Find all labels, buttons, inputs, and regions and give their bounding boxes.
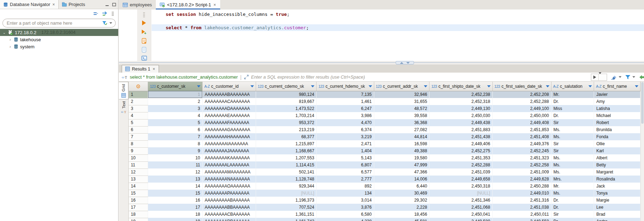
column-menu-icon[interactable] <box>250 85 254 87</box>
cell-c_current_addr_sk[interactable]: 30,469 <box>374 190 429 197</box>
cell-c_customer_id[interactable]: AAAAAAAAKAAAAAAA <box>202 154 256 161</box>
cell-c_current_addr_sk[interactable]: 6,440 <box>374 183 429 190</box>
cell-c_current_cdemo_sk[interactable]: 1,215,897 <box>256 140 317 147</box>
minimize-icon[interactable] <box>105 3 109 6</box>
cell-c_customer_sk[interactable]: 1 <box>148 91 203 98</box>
cell-c_first_sales_date_sk[interactable]: 2,452,208 <box>492 91 551 98</box>
cell-c_first_sales_date_sk[interactable]: 2,452,288 <box>492 98 551 105</box>
cell-c_current_hdemo_sk[interactable]: 3,219 <box>317 133 374 140</box>
cell-c_first_name[interactable]: Fonda <box>594 133 640 140</box>
column-header-c_first_shipto_date_sk[interactable]: 123c_first_shipto_date_sk <box>429 82 492 91</box>
cell-c_current_hdemo_sk[interactable]: 6,374 <box>317 126 374 133</box>
left-tab-database-navigator[interactable]: Database Navigator× <box>0 0 59 9</box>
cell-c_first_sales_date_sk[interactable]: 2,449,376 <box>492 140 551 147</box>
cell-c_current_hdemo_sk[interactable]: 5,143 <box>317 154 374 161</box>
cell-c_current_cdemo_sk[interactable]: [NULL] <box>256 190 317 197</box>
cell-c_customer_id[interactable]: AAAAAAAAGAAAAAAA <box>202 126 256 133</box>
cell-c_first_sales_date_sk[interactable]: 2,451,408 <box>492 133 551 140</box>
cell-c_current_cdemo_sk[interactable]: 1,361,151 <box>256 211 317 218</box>
row-number[interactable]: 17 <box>129 204 148 211</box>
cell-c_salutation[interactable]: Ms. <box>551 190 594 197</box>
cell-c_first_shipto_date_sk[interactable]: 2,452,275 <box>429 147 492 154</box>
cell-c_first_name[interactable]: Tonya <box>594 190 640 197</box>
cell-c_customer_id[interactable]: AAAAAAAAABAAAAAA <box>202 197 256 204</box>
cell-c_customer_id[interactable]: AAAAAAAAEAAAAAAA <box>202 112 256 119</box>
close-icon[interactable]: × <box>152 67 155 72</box>
cell-c_first_shipto_date_sk[interactable]: 2,450,030 <box>429 112 492 119</box>
maximize-icon[interactable] <box>112 3 116 6</box>
cell-c_current_cdemo_sk[interactable]: 953,372 <box>256 119 317 126</box>
cell-c_salutation[interactable]: Ms. <box>551 168 594 176</box>
cell-c_current_cdemo_sk[interactable]: 1,128,748 <box>256 176 317 183</box>
cell-c_first_sales_date_sk[interactable]: 2,450,000 <box>492 112 551 119</box>
cell-c_first_shipto_date_sk[interactable]: 2,449,130 <box>429 105 492 112</box>
column-menu-icon[interactable] <box>487 85 491 87</box>
cell-c_first_sales_date_sk[interactable]: 2,451,323 <box>492 154 551 161</box>
cell-c_current_addr_sk[interactable]: 32,946 <box>374 91 429 98</box>
row-number[interactable]: 18 <box>129 211 148 218</box>
row-number[interactable]: 1 <box>129 91 148 98</box>
cell-c_first_name[interactable]: Ollie <box>594 140 640 147</box>
cell-c_current_hdemo_sk[interactable]: 1,404 <box>317 147 374 154</box>
cell-c_first_sales_date_sk[interactable]: 2,451,316 <box>492 197 551 204</box>
execute-statement-icon[interactable] <box>141 20 147 25</box>
data-grid[interactable]: 123c_customer_skA-Zc_customer_id123c_cur… <box>129 82 640 221</box>
row-number[interactable]: 3 <box>129 105 148 112</box>
column-menu-icon[interactable] <box>311 85 314 87</box>
cell-c_current_cdemo_sk[interactable]: 1,207,553 <box>256 154 317 161</box>
cell-c_current_hdemo_sk[interactable]: 892 <box>317 183 374 190</box>
row-number[interactable]: 13 <box>129 176 148 183</box>
splitter-handle[interactable] <box>396 61 414 65</box>
cell-c_current_hdemo_sk[interactable]: 6,807 <box>317 161 374 168</box>
cell-c_salutation[interactable]: Dr. <box>551 197 594 204</box>
row-number[interactable]: 4 <box>129 112 148 119</box>
cell-c_salutation[interactable]: Ms. <box>551 126 594 133</box>
cell-c_first_name[interactable]: Karl <box>594 147 640 154</box>
cell-c_salutation[interactable]: Mr. <box>551 91 594 98</box>
cell-c_current_cdemo_sk[interactable]: 1,196,373 <box>256 197 317 204</box>
cell-c_current_addr_sk[interactable]: 47,999 <box>374 161 429 168</box>
row-number[interactable]: 7 <box>129 133 148 140</box>
chevron-down-icon[interactable] <box>619 76 621 78</box>
cell-c_current_cdemo_sk[interactable]: 68,377 <box>256 133 317 140</box>
column-menu-icon[interactable] <box>546 85 549 87</box>
maximize-results-icon[interactable] <box>406 62 410 64</box>
tree-node-lakehouse[interactable]: ›lakehouse <box>0 36 118 43</box>
column-menu-icon[interactable] <box>635 85 638 87</box>
column-header-c_first_sales_date_sk[interactable]: 123c_first_sales_date_sk <box>492 82 551 91</box>
cell-c_customer_sk[interactable]: 12 <box>148 168 203 176</box>
cell-c_first_name[interactable]: Latisha <box>594 105 640 112</box>
results-tab[interactable]: Results 1 × <box>122 65 159 73</box>
cell-c_customer_sk[interactable]: 2 <box>148 98 203 105</box>
column-header-c_first_name[interactable]: A-Zc_first_name <box>594 82 640 91</box>
cell-c_current_hdemo_sk[interactable]: 2,777 <box>317 176 374 183</box>
cell-c_first_name[interactable]: Albert <box>594 154 640 161</box>
cell-c_customer_sk[interactable]: 4 <box>148 112 203 119</box>
column-menu-icon[interactable] <box>197 85 200 87</box>
cell-c_current_addr_sk[interactable]: 45,581 <box>374 218 429 221</box>
code-line[interactable]: set session hide_inaccessible_columns = … <box>152 11 644 18</box>
filters-funnel-icon[interactable] <box>625 75 631 80</box>
cell-c_customer_sk[interactable]: 14 <box>148 183 203 190</box>
cell-c_first_shipto_date_sk[interactable]: 2,450,041 <box>429 211 492 218</box>
row-number[interactable]: 10 <box>129 154 148 161</box>
cell-c_current_addr_sk[interactable]: 27,082 <box>374 126 429 133</box>
cell-c_first_name[interactable]: Margie <box>594 197 640 204</box>
cell-c_salutation[interactable]: Sir <box>551 119 594 126</box>
row-number[interactable]: 15 <box>129 190 148 197</box>
cell-c_salutation[interactable]: Miss <box>551 105 594 112</box>
cell-c_current_addr_sk[interactable]: 47,366 <box>374 168 429 176</box>
link-with-editor-icon[interactable] <box>102 11 108 16</box>
column-header-c_salutation[interactable]: A-Zc_salutation <box>551 82 594 91</box>
cell-c_customer_sk[interactable]: 9 <box>148 147 203 154</box>
cell-c_first_sales_date_sk[interactable]: 2,451,853 <box>492 126 551 133</box>
cell-c_customer_sk[interactable]: 19 <box>148 218 203 221</box>
cell-c_current_addr_sk[interactable]: 16,598 <box>374 140 429 147</box>
cell-c_current_cdemo_sk[interactable]: 1,703,214 <box>256 112 317 119</box>
cell-c_first_name[interactable]: Robert <box>594 119 640 126</box>
cell-c_current_addr_sk[interactable]: 31,655 <box>374 98 429 105</box>
cell-c_first_shipto_date_sk[interactable]: 2,451,438 <box>429 133 492 140</box>
cell-c_current_cdemo_sk[interactable]: 502,141 <box>256 168 317 176</box>
cell-c_first_shipto_date_sk[interactable]: 2,452,288 <box>429 161 492 168</box>
close-icon[interactable]: × <box>52 2 55 7</box>
